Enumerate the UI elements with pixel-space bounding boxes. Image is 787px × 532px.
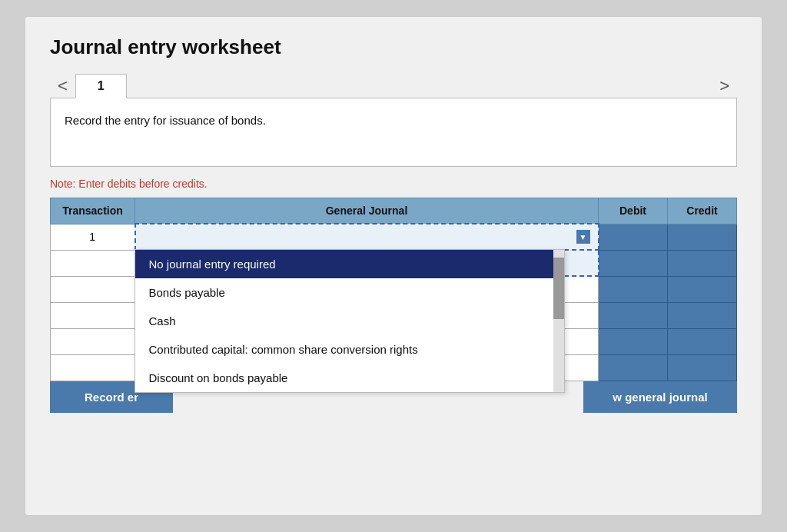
debit-cell-5[interactable]	[599, 328, 668, 354]
tab-next-button[interactable]: >	[712, 75, 737, 98]
scrollbar-thumb	[553, 258, 564, 319]
dropdown-option-3[interactable]: Contributed capital: common share conver…	[135, 335, 564, 364]
col-header-general-journal: General Journal	[135, 198, 599, 224]
debit-cell-3[interactable]	[599, 276, 668, 302]
view-general-journal-button[interactable]: w general journal	[583, 381, 737, 413]
transaction-cell-5	[51, 328, 135, 354]
page-title: Journal entry worksheet	[50, 35, 737, 59]
debit-cell-2[interactable]	[599, 250, 668, 276]
tab-1[interactable]: 1	[75, 74, 127, 98]
dropdown-option-4[interactable]: Discount on bonds payable	[135, 364, 564, 392]
transaction-cell-2	[51, 250, 135, 276]
table-row: 1 ▼ No journal entry required Bonds paya…	[51, 224, 737, 250]
col-header-transaction: Transaction	[51, 198, 135, 224]
tab-prev-button[interactable]: <	[50, 75, 75, 98]
transaction-cell-1: 1	[51, 224, 135, 250]
scrollbar[interactable]	[553, 250, 564, 392]
debit-cell-6[interactable]	[599, 354, 668, 381]
debit-cell-1[interactable]	[599, 224, 668, 250]
dropdown-trigger[interactable]: ▼	[141, 228, 593, 246]
credit-cell-1[interactable]	[668, 224, 737, 250]
tab-navigation: < 1 >	[50, 73, 737, 98]
transaction-cell-6	[51, 354, 135, 381]
dropdown-menu: No journal entry required Bonds payable …	[134, 249, 565, 393]
credit-cell-3[interactable]	[668, 276, 737, 302]
debit-cell-4[interactable]	[599, 302, 668, 328]
dropdown-option-2[interactable]: Cash	[135, 307, 564, 335]
dropdown-option-1[interactable]: Bonds payable	[135, 278, 564, 307]
instruction-box: Record the entry for issuance of bonds.	[50, 98, 737, 167]
journal-dropdown-cell[interactable]: ▼ No journal entry required Bonds payabl…	[135, 224, 599, 250]
dropdown-arrow-icon: ▼	[576, 230, 590, 244]
note-text: Note: Enter debits before credits.	[50, 178, 737, 190]
col-header-credit: Credit	[668, 198, 737, 224]
instruction-text: Record the entry for issuance of bonds.	[65, 114, 266, 127]
main-container: Journal entry worksheet < 1 > Record the…	[25, 16, 762, 516]
credit-cell-6[interactable]	[668, 354, 737, 381]
credit-cell-5[interactable]	[668, 328, 737, 354]
credit-cell-4[interactable]	[668, 302, 737, 328]
col-header-debit: Debit	[599, 198, 668, 224]
transaction-cell-4	[51, 302, 135, 328]
journal-table: Transaction General Journal Debit Credit…	[50, 198, 737, 381]
transaction-cell-3	[51, 276, 135, 302]
dropdown-option-0[interactable]: No journal entry required	[135, 250, 564, 278]
credit-cell-2[interactable]	[668, 250, 737, 276]
